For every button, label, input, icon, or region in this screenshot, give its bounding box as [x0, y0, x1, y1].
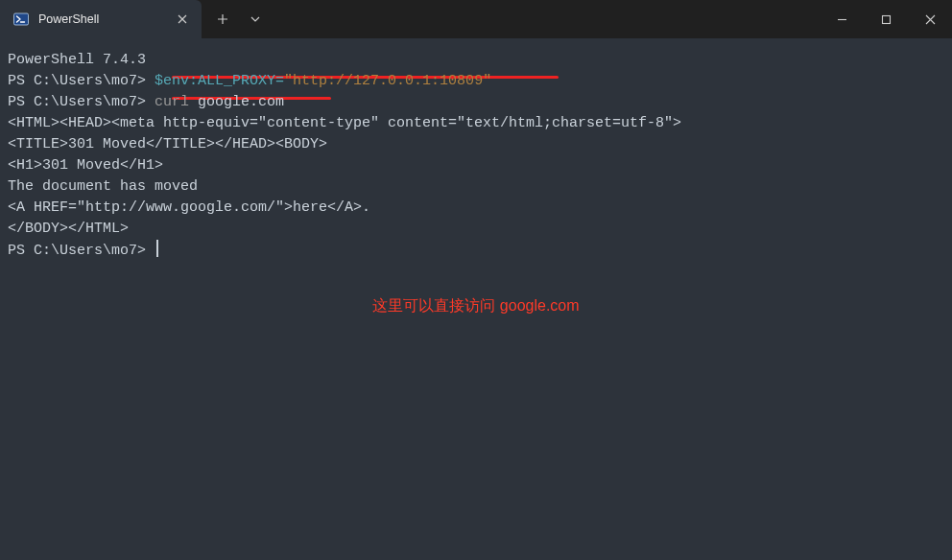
prompt-line: PS C:\Users\mo7>: [8, 240, 944, 262]
prompt-line: PS C:\Users\mo7> curl google.com: [8, 92, 944, 113]
tab-dropdown-button[interactable]: [240, 2, 271, 36]
tab-powershell[interactable]: PowerShell: [0, 0, 202, 38]
tab-strip: [202, 0, 820, 38]
output-line: <TITLE>301 Moved</TITLE></HEAD><BODY>: [8, 134, 944, 155]
new-tab-button[interactable]: [205, 2, 240, 36]
terminal-area[interactable]: PowerShell 7.4.3 PS C:\Users\mo7> $env:A…: [0, 38, 952, 560]
output-line: <H1>301 Moved</H1>: [8, 155, 944, 176]
window-controls: [820, 0, 952, 38]
output-line: <HTML><HEAD><meta http-equiv="content-ty…: [8, 113, 944, 134]
output-line: <A HREF="http://www.google.com/">here</A…: [8, 198, 944, 219]
titlebar: PowerShell: [0, 0, 952, 38]
svg-rect-0: [14, 13, 29, 25]
output-line: The document has moved: [8, 176, 944, 198]
prompt-line: PS C:\Users\mo7> $env:ALL_PROXY="http://…: [8, 71, 944, 92]
output-line: </BODY></HTML>: [8, 219, 944, 240]
cursor: [156, 240, 158, 257]
tab-close-button[interactable]: [175, 12, 190, 27]
svg-rect-2: [882, 15, 890, 23]
maximize-button[interactable]: [864, 0, 908, 38]
minimize-button[interactable]: [820, 0, 864, 38]
tab-title: PowerShell: [38, 12, 165, 26]
annotation-text: 这里可以直接访问 google.com: [0, 295, 952, 316]
output-line: PowerShell 7.4.3: [8, 50, 944, 71]
powershell-icon: [13, 12, 29, 27]
close-button[interactable]: [908, 0, 952, 38]
